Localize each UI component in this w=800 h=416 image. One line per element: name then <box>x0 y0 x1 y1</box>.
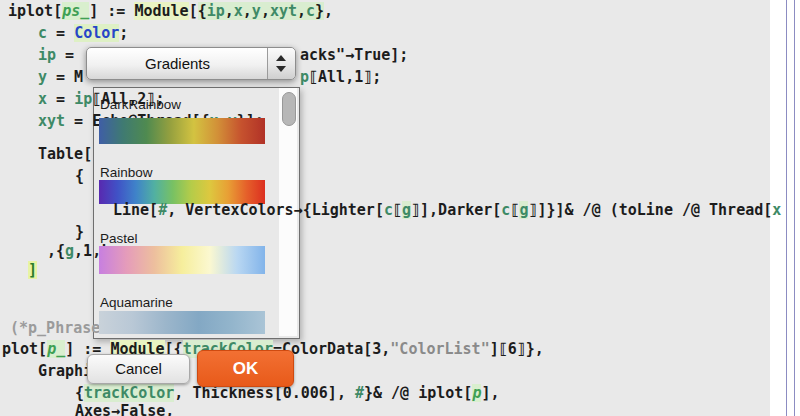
gradient-item-label: Rainbow <box>100 165 153 180</box>
cell-bracket-outer[interactable] <box>786 0 787 416</box>
gradient-swatch[interactable] <box>99 118 265 144</box>
code-line: acks"→True]; <box>300 47 408 64</box>
code-line: Axes→False, <box>75 403 174 416</box>
gradient-category-dropdown[interactable]: Gradients <box>86 47 296 80</box>
code-line: {trackColor, Thickness[0.006], #}& /@ ip… <box>75 385 499 402</box>
code-line: Line[#, VertexColors→{Lighter[c⟦g⟧],Dark… <box>113 202 781 219</box>
code-line: ip = <box>38 47 83 64</box>
code-line: (*p_Phrase <box>10 320 100 337</box>
dropdown-stepper[interactable] <box>267 48 295 79</box>
chevron-up-icon <box>276 55 286 61</box>
gradient-item-label: Aquamarine <box>100 295 173 310</box>
code-line: { <box>75 168 84 185</box>
gradient-item-label: Pastel <box>100 231 138 246</box>
notebook-window: iplot[ps_] := Module[{ip,x,y,xyt,c},c = … <box>0 0 800 416</box>
code-line: Table[ <box>38 146 92 163</box>
cancel-button[interactable]: Cancel <box>87 354 190 384</box>
code-line: y = M <box>38 69 83 86</box>
dropdown-selected-label: Gradients <box>87 48 268 79</box>
ok-button[interactable]: OK <box>197 350 294 387</box>
code-line: c = Color; <box>38 25 128 42</box>
code-line: } <box>75 224 84 241</box>
cell-bracket-inner[interactable] <box>794 0 795 416</box>
code-line: ] <box>28 262 37 279</box>
code-line: p⟦All,1⟧; <box>300 69 381 86</box>
code-line: iplot[ps_] := Module[{ip,x,y,xyt,c}, <box>8 3 333 20</box>
gradient-item-label: DarkRainbow <box>100 97 181 112</box>
gradient-swatch[interactable] <box>99 246 265 274</box>
gradient-swatch[interactable] <box>99 311 265 334</box>
chevron-down-icon <box>276 66 286 72</box>
